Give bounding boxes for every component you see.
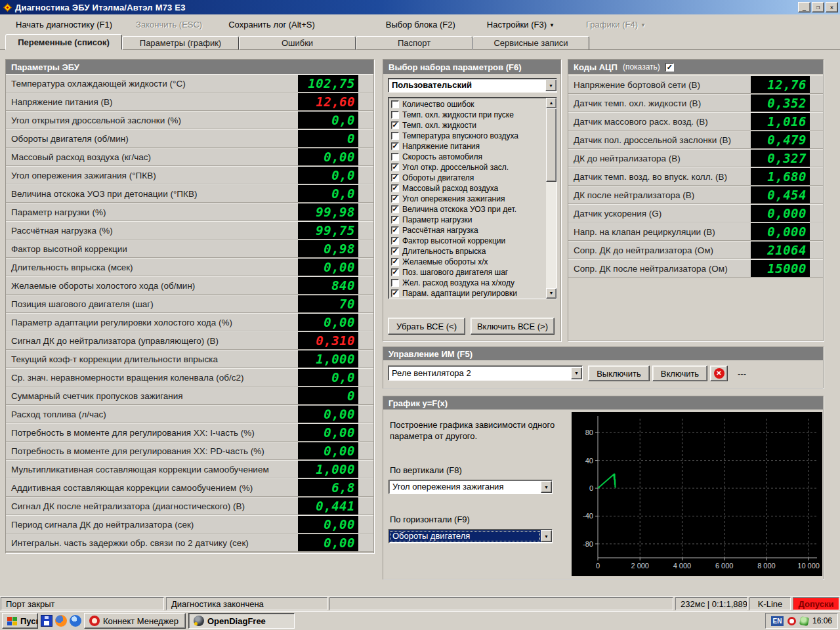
tab-parameters-graph[interactable]: Параметры (график) (122, 36, 239, 50)
parameter-checkbox-item[interactable]: ✓Угол откр. дроссельной засл. (390, 162, 545, 173)
scrollbar[interactable]: ▲ ▼ (546, 98, 556, 299)
tab-variables-list[interactable]: Переменные (список) (5, 34, 122, 50)
horizontal-axis-combobox[interactable]: Обороты двигателя ▼ (388, 529, 553, 543)
parameter-checkbox-item[interactable]: ✓Угол опережения зажигания (390, 194, 545, 204)
minimize-button-icon[interactable]: _ (798, 2, 810, 12)
parameter-checkbox-item[interactable]: ✓Напряжение питания (390, 141, 545, 152)
checkbox-icon[interactable] (391, 111, 399, 119)
adc-show-checkbox[interactable]: ✓ (665, 63, 674, 72)
checkbox-icon[interactable]: ✓ (391, 247, 399, 255)
menu-save-log[interactable]: Сохранить лог (Alt+S) (224, 17, 319, 32)
dropdown-arrow-icon[interactable]: ▼ (545, 79, 556, 91)
dropdown-arrow-icon[interactable]: ▼ (571, 368, 582, 379)
checkbox-icon[interactable]: ✓ (391, 258, 399, 266)
menu-block-select[interactable]: Выбор блока (F2) (382, 17, 459, 32)
parameter-checkbox-item[interactable]: ✓Массовый расход воздуха (390, 183, 545, 194)
seven-segment-value: 6,8 (298, 479, 358, 496)
param-row: Величина отскока УОЗ при детонации (°ПКВ… (6, 184, 373, 203)
checkbox-icon[interactable]: ✓ (391, 142, 399, 150)
parameter-checkbox-item[interactable]: ✓Длительность впрыска (390, 246, 545, 257)
menu-start-diagnostics[interactable]: Начать диагностику (F1) (12, 17, 116, 32)
close-button-icon[interactable]: ✕ (826, 2, 838, 12)
parameter-checkbox-item[interactable]: Скорость автомобиля (390, 152, 545, 162)
taskbar-item-connect-manager[interactable]: Коннект Менеджер (84, 613, 186, 629)
checkbox-icon[interactable] (391, 132, 399, 140)
param-row: Мультипликативная составляющая коррекции… (6, 460, 373, 478)
seven-segment-value: 0,00 (298, 516, 358, 533)
preset-combobox[interactable]: Пользовательский ▼ (388, 78, 557, 93)
parameter-checkbox-item[interactable]: Температура впускного воздуха (390, 131, 545, 141)
checkbox-icon[interactable] (391, 279, 399, 287)
scrollbar-thumb[interactable] (546, 108, 556, 182)
parameter-checkbox-item[interactable]: ✓Фактор высотной коррекции (390, 236, 545, 246)
checkbox-icon[interactable]: ✓ (391, 237, 399, 245)
adc-row-label: Датчик ускорения (G) (568, 209, 662, 219)
parameter-checkbox-item[interactable]: ✓Рассчётная нагрузка (390, 225, 545, 236)
parameter-checkbox-item[interactable]: Темп. охл. жидкости при пуске (390, 110, 545, 120)
checkbox-icon[interactable]: ✓ (391, 289, 399, 297)
check-all-button[interactable]: Включить ВСЕ (>) (471, 318, 555, 335)
parameter-checkbox-item[interactable]: ✓Темп. охл. жидкости (390, 120, 545, 131)
actuator-stop-button[interactable]: ✕ (710, 366, 728, 381)
checkbox-icon[interactable] (391, 100, 399, 108)
actuator-on-button[interactable]: Включить (652, 366, 707, 381)
checkbox-icon[interactable]: ✓ (391, 216, 399, 224)
dropdown-arrow-icon[interactable]: ▼ (541, 481, 552, 493)
start-button[interactable]: Пуск (2, 613, 38, 629)
param-row-value-display: 0,00 (298, 259, 358, 276)
parameter-set-panel: Выбор набора параметров (F6) Пользовател… (383, 59, 561, 341)
parameter-checkbox-item[interactable]: ✓Обороты двигателя (390, 173, 545, 183)
chevron-down-icon: ▼ (549, 22, 555, 28)
checkbox-icon[interactable]: ✓ (391, 184, 399, 192)
save-icon[interactable] (41, 615, 52, 627)
parameter-checkbox-item[interactable]: Количество ошибок (390, 99, 545, 110)
scroll-up-icon[interactable]: ▲ (546, 98, 556, 108)
chart-background (572, 412, 822, 576)
checkbox-icon[interactable]: ✓ (391, 268, 399, 276)
adc-row-label: Напряжение бортовой сети (В) (568, 80, 700, 90)
checkbox-icon[interactable]: ✓ (391, 205, 399, 213)
checkbox-icon[interactable]: ✓ (391, 121, 399, 129)
parameter-checkbox-item[interactable]: ✓Желаемые обороты х/х (390, 257, 545, 267)
actuator-off-button[interactable]: Выключить (588, 366, 650, 381)
param-row: Массовый расход воздуха (кг/час)0,00 (6, 148, 373, 166)
axis-tick-label: 4 000 (673, 562, 692, 570)
scroll-down-icon[interactable]: ▼ (546, 288, 556, 299)
maximize-button-icon[interactable]: ❐ (812, 2, 824, 12)
tray-app-icon[interactable] (788, 617, 796, 625)
checkbox-label: Темп. охл. жидкости (402, 121, 476, 130)
language-indicator[interactable]: EN (771, 616, 784, 626)
checkbox-icon[interactable]: ✓ (391, 174, 399, 182)
parameter-checkbox-item[interactable]: ✓Величина отскока УОЗ при дет. (390, 204, 545, 215)
checklist-rows: Количество ошибокТемп. охл. жидкости при… (390, 99, 545, 299)
param-row: Желаемые обороты холостого хода (об/мин)… (6, 276, 373, 295)
parameter-checkbox-item[interactable]: ✓Поз. шагового двигателя шаг (390, 267, 545, 278)
checkbox-icon[interactable]: ✓ (391, 163, 399, 171)
firefox-icon[interactable] (55, 615, 67, 627)
checkbox-icon[interactable]: ✓ (391, 195, 399, 203)
param-row: Параметр нагрузки (%)99,98 (6, 203, 373, 221)
parameter-checkbox-item[interactable]: ✓Параметр нагрузки (390, 215, 545, 225)
browser-icon[interactable] (70, 615, 81, 627)
actuator-combobox[interactable]: Реле вентилятора 2 ▼ (388, 366, 583, 381)
actuator-control-header: Управление ИМ (F5) (383, 347, 823, 360)
tab-passport[interactable]: Паспорт (356, 36, 472, 50)
tab-service-records[interactable]: Сервисные записи (472, 36, 589, 50)
seven-segment-value: 12,60 (298, 93, 358, 110)
checkbox-icon[interactable] (391, 153, 399, 161)
parameter-checkbox-item[interactable]: Жел. расход воздуха на х/ходу (390, 278, 545, 288)
dropdown-arrow-icon[interactable]: ▼ (541, 530, 552, 542)
parameter-checkbox-item[interactable]: ✓Парам. адаптации регулировки (390, 288, 545, 299)
uncheck-all-button[interactable]: Убрать ВСЕ (<) (388, 318, 465, 335)
checkbox-icon[interactable]: ✓ (391, 226, 399, 234)
checkbox-label: Парам. адаптации регулировки (402, 289, 517, 298)
vertical-axis-combobox[interactable]: Угол опережения зажигания ▼ (388, 480, 553, 494)
seven-segment-value: 0,327 (751, 150, 810, 167)
tab-errors[interactable]: Ошибки (239, 36, 356, 50)
checkbox-label: Угол откр. дроссельной засл. (402, 163, 509, 172)
tray-device-icon[interactable] (799, 616, 809, 625)
taskbar-item-opendiagfree[interactable]: OpenDiagFree (188, 613, 295, 629)
param-row: Рассчётная нагрузка (%)99,75 (6, 221, 373, 240)
menu-settings[interactable]: Настройки (F3)▼ (483, 17, 558, 32)
param-row: Текущий коэф-т коррекции длительности вп… (6, 350, 373, 368)
